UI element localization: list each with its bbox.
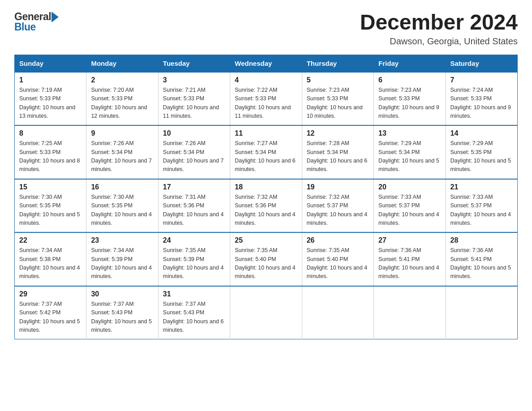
calendar-day-cell: 7 Sunrise: 7:24 AMSunset: 5:33 PMDayligh… [446, 72, 517, 126]
calendar-day-cell [230, 286, 302, 339]
day-detail: Sunrise: 7:36 AMSunset: 5:41 PMDaylight:… [378, 247, 439, 279]
day-detail: Sunrise: 7:35 AMSunset: 5:40 PMDaylight:… [235, 247, 296, 279]
calendar-day-cell: 30 Sunrise: 7:37 AMSunset: 5:43 PMDaylig… [86, 286, 158, 339]
day-detail: Sunrise: 7:26 AMSunset: 5:34 PMDaylight:… [163, 140, 224, 172]
day-detail: Sunrise: 7:29 AMSunset: 5:35 PMDaylight:… [450, 140, 511, 172]
calendar-day-cell: 27 Sunrise: 7:36 AMSunset: 5:41 PMDaylig… [374, 232, 446, 286]
day-detail: Sunrise: 7:32 AMSunset: 5:37 PMDaylight:… [307, 194, 368, 226]
page-header: General Blue December 2024 Dawson, Georg… [14, 11, 518, 47]
day-of-week-header: Friday [374, 55, 446, 72]
day-detail: Sunrise: 7:19 AMSunset: 5:33 PMDaylight:… [19, 87, 75, 119]
calendar-day-cell: 12 Sunrise: 7:28 AMSunset: 5:34 PMDaylig… [302, 125, 373, 179]
day-number: 10 [163, 129, 225, 137]
calendar-day-cell: 14 Sunrise: 7:29 AMSunset: 5:35 PMDaylig… [446, 125, 517, 179]
calendar-header-row: SundayMondayTuesdayWednesdayThursdayFrid… [15, 55, 518, 72]
calendar-day-cell: 1 Sunrise: 7:19 AMSunset: 5:33 PMDayligh… [15, 72, 86, 126]
calendar-day-cell: 15 Sunrise: 7:30 AMSunset: 5:35 PMDaylig… [15, 179, 86, 233]
day-of-week-header: Wednesday [230, 55, 302, 72]
day-number: 17 [163, 183, 225, 191]
day-number: 3 [163, 76, 225, 84]
day-detail: Sunrise: 7:30 AMSunset: 5:35 PMDaylight:… [19, 194, 80, 226]
day-of-week-header: Saturday [446, 55, 517, 72]
day-number: 29 [19, 290, 82, 298]
calendar-day-cell: 24 Sunrise: 7:35 AMSunset: 5:39 PMDaylig… [158, 232, 230, 286]
day-detail: Sunrise: 7:22 AMSunset: 5:33 PMDaylight:… [235, 87, 291, 119]
day-number: 4 [235, 76, 297, 84]
day-number: 23 [91, 236, 153, 244]
day-detail: Sunrise: 7:26 AMSunset: 5:34 PMDaylight:… [91, 140, 152, 172]
day-number: 18 [235, 183, 297, 191]
calendar-week-row: 22 Sunrise: 7:34 AMSunset: 5:38 PMDaylig… [15, 232, 518, 286]
day-number: 26 [307, 236, 369, 244]
day-detail: Sunrise: 7:34 AMSunset: 5:38 PMDaylight:… [19, 247, 80, 279]
day-number: 7 [450, 76, 513, 84]
title-block: December 2024 Dawson, Georgia, United St… [360, 11, 518, 47]
calendar-day-cell: 4 Sunrise: 7:22 AMSunset: 5:33 PMDayligh… [230, 72, 302, 126]
day-detail: Sunrise: 7:20 AMSunset: 5:33 PMDaylight:… [91, 87, 147, 119]
day-number: 22 [19, 236, 82, 244]
day-detail: Sunrise: 7:21 AMSunset: 5:33 PMDaylight:… [163, 87, 219, 119]
calendar-week-row: 29 Sunrise: 7:37 AMSunset: 5:42 PMDaylig… [15, 286, 518, 339]
calendar-day-cell: 20 Sunrise: 7:33 AMSunset: 5:37 PMDaylig… [374, 179, 446, 233]
day-detail: Sunrise: 7:36 AMSunset: 5:41 PMDaylight:… [450, 247, 511, 279]
calendar-day-cell: 13 Sunrise: 7:29 AMSunset: 5:34 PMDaylig… [374, 125, 446, 179]
day-detail: Sunrise: 7:37 AMSunset: 5:42 PMDaylight:… [19, 301, 80, 333]
calendar-day-cell: 11 Sunrise: 7:27 AMSunset: 5:34 PMDaylig… [230, 125, 302, 179]
calendar-day-cell: 25 Sunrise: 7:35 AMSunset: 5:40 PMDaylig… [230, 232, 302, 286]
calendar-day-cell: 3 Sunrise: 7:21 AMSunset: 5:33 PMDayligh… [158, 72, 230, 126]
day-number: 16 [91, 183, 153, 191]
calendar-day-cell: 2 Sunrise: 7:20 AMSunset: 5:33 PMDayligh… [86, 72, 158, 126]
day-number: 15 [19, 183, 82, 191]
day-of-week-header: Tuesday [158, 55, 230, 72]
day-detail: Sunrise: 7:30 AMSunset: 5:35 PMDaylight:… [91, 194, 152, 226]
day-number: 31 [163, 290, 225, 298]
logo: General Blue [14, 11, 59, 33]
day-number: 2 [91, 76, 153, 84]
day-number: 27 [378, 236, 441, 244]
calendar-day-cell: 17 Sunrise: 7:31 AMSunset: 5:36 PMDaylig… [158, 179, 230, 233]
day-detail: Sunrise: 7:25 AMSunset: 5:33 PMDaylight:… [19, 140, 80, 172]
day-number: 25 [235, 236, 297, 244]
day-detail: Sunrise: 7:24 AMSunset: 5:33 PMDaylight:… [450, 87, 511, 119]
calendar-week-row: 15 Sunrise: 7:30 AMSunset: 5:35 PMDaylig… [15, 179, 518, 233]
calendar-day-cell [374, 286, 446, 339]
day-detail: Sunrise: 7:29 AMSunset: 5:34 PMDaylight:… [378, 140, 439, 172]
day-detail: Sunrise: 7:37 AMSunset: 5:43 PMDaylight:… [91, 301, 152, 333]
day-number: 20 [378, 183, 441, 191]
day-detail: Sunrise: 7:27 AMSunset: 5:34 PMDaylight:… [235, 140, 296, 172]
day-number: 30 [91, 290, 153, 298]
logo-blue-text: Blue [14, 21, 36, 33]
day-of-week-header: Monday [86, 55, 158, 72]
calendar-week-row: 1 Sunrise: 7:19 AMSunset: 5:33 PMDayligh… [15, 72, 518, 126]
calendar-day-cell: 31 Sunrise: 7:37 AMSunset: 5:43 PMDaylig… [158, 286, 230, 339]
day-number: 19 [307, 183, 369, 191]
day-number: 9 [91, 129, 153, 137]
day-number: 14 [450, 129, 513, 137]
calendar-day-cell: 5 Sunrise: 7:23 AMSunset: 5:33 PMDayligh… [302, 72, 373, 126]
day-of-week-header: Sunday [15, 55, 86, 72]
day-detail: Sunrise: 7:33 AMSunset: 5:37 PMDaylight:… [378, 194, 439, 226]
day-number: 24 [163, 236, 225, 244]
day-detail: Sunrise: 7:23 AMSunset: 5:33 PMDaylight:… [378, 87, 439, 119]
day-detail: Sunrise: 7:31 AMSunset: 5:36 PMDaylight:… [163, 194, 224, 226]
day-detail: Sunrise: 7:28 AMSunset: 5:34 PMDaylight:… [307, 140, 368, 172]
page-title: December 2024 [360, 11, 518, 34]
calendar-day-cell: 6 Sunrise: 7:23 AMSunset: 5:33 PMDayligh… [374, 72, 446, 126]
calendar-day-cell [302, 286, 373, 339]
calendar-day-cell: 18 Sunrise: 7:32 AMSunset: 5:36 PMDaylig… [230, 179, 302, 233]
day-number: 1 [19, 76, 82, 84]
day-number: 11 [235, 129, 297, 137]
day-detail: Sunrise: 7:35 AMSunset: 5:40 PMDaylight:… [307, 247, 368, 279]
calendar-day-cell: 10 Sunrise: 7:26 AMSunset: 5:34 PMDaylig… [158, 125, 230, 179]
calendar-day-cell: 28 Sunrise: 7:36 AMSunset: 5:41 PMDaylig… [446, 232, 517, 286]
day-detail: Sunrise: 7:32 AMSunset: 5:36 PMDaylight:… [235, 194, 296, 226]
location-subtitle: Dawson, Georgia, United States [360, 36, 518, 47]
day-number: 28 [450, 236, 513, 244]
day-number: 8 [19, 129, 82, 137]
calendar-day-cell: 19 Sunrise: 7:32 AMSunset: 5:37 PMDaylig… [302, 179, 373, 233]
day-detail: Sunrise: 7:35 AMSunset: 5:39 PMDaylight:… [163, 247, 224, 279]
calendar-day-cell: 16 Sunrise: 7:30 AMSunset: 5:35 PMDaylig… [86, 179, 158, 233]
day-detail: Sunrise: 7:23 AMSunset: 5:33 PMDaylight:… [307, 87, 363, 119]
day-detail: Sunrise: 7:37 AMSunset: 5:43 PMDaylight:… [163, 301, 224, 333]
day-number: 21 [450, 183, 513, 191]
